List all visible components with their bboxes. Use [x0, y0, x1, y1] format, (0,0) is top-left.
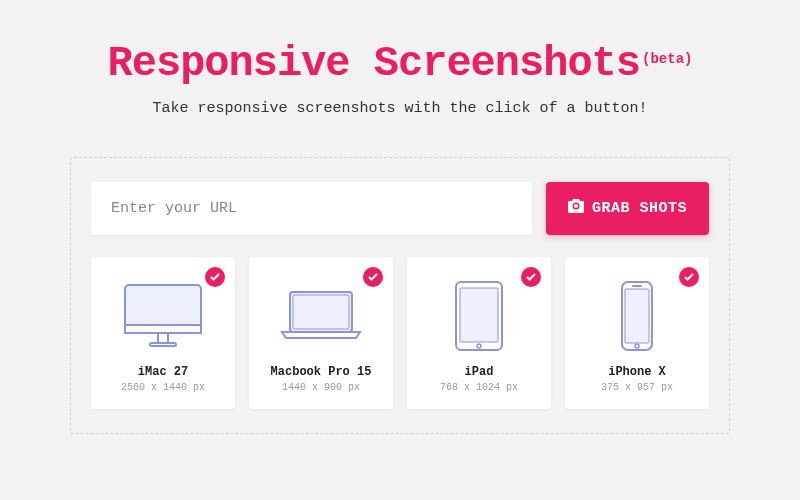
device-resolution: 1440 x 900 px	[259, 382, 383, 393]
phone-icon	[575, 277, 699, 355]
device-resolution: 2560 x 1440 px	[101, 382, 225, 393]
page-title: Responsive Screenshots(beta)	[70, 40, 730, 88]
device-card-ipad[interactable]: iPad 768 x 1024 px	[407, 257, 551, 409]
device-card-macbook[interactable]: Macbook Pro 15 1440 x 900 px	[249, 257, 393, 409]
check-icon	[363, 267, 383, 287]
check-icon	[521, 267, 541, 287]
device-resolution: 768 x 1024 px	[417, 382, 541, 393]
svg-rect-5	[293, 295, 349, 329]
url-input[interactable]	[91, 182, 532, 235]
svg-rect-11	[632, 285, 642, 287]
svg-rect-7	[460, 288, 498, 342]
grab-shots-button[interactable]: GRAB SHOTS	[546, 182, 709, 235]
laptop-icon	[259, 277, 383, 355]
device-resolution: 375 x 957 px	[575, 382, 699, 393]
check-icon	[205, 267, 225, 287]
svg-rect-2	[158, 333, 168, 343]
check-icon	[679, 267, 699, 287]
imac-icon	[101, 277, 225, 355]
device-name: iPhone X	[575, 365, 699, 379]
svg-rect-3	[150, 343, 176, 346]
svg-rect-10	[625, 289, 649, 343]
subtitle: Take responsive screenshots with the cli…	[70, 100, 730, 117]
device-name: iPad	[417, 365, 541, 379]
device-card-iphone[interactable]: iPhone X 375 x 957 px	[565, 257, 709, 409]
tablet-icon	[417, 277, 541, 355]
beta-badge: (beta)	[642, 51, 692, 67]
device-name: Macbook Pro 15	[259, 365, 383, 379]
tool-panel: GRAB SHOTS iMac 27 2560 x 1440	[70, 157, 730, 434]
svg-rect-1	[125, 325, 201, 333]
title-text: Responsive Screenshots	[108, 40, 641, 88]
grab-button-label: GRAB SHOTS	[592, 200, 687, 217]
device-name: iMac 27	[101, 365, 225, 379]
device-card-imac[interactable]: iMac 27 2560 x 1440 px	[91, 257, 235, 409]
camera-icon	[568, 199, 584, 218]
